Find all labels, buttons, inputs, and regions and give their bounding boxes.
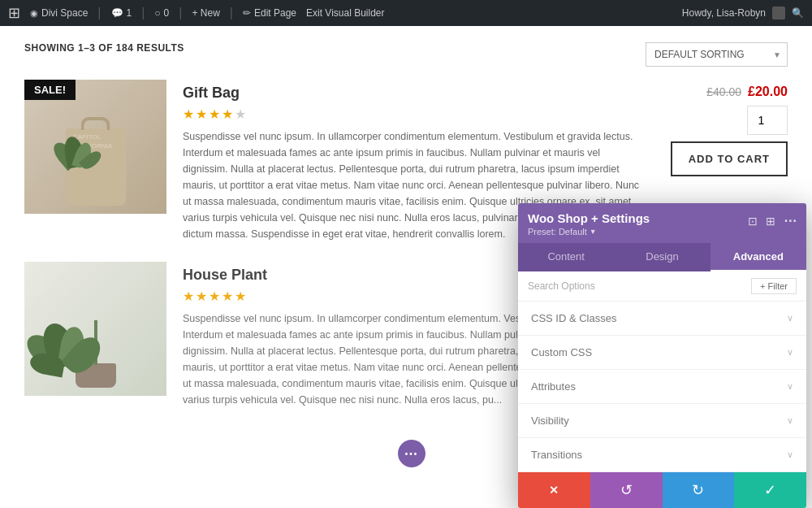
- panel-bottom-bar: ✕ ↺ ↻ ✓: [518, 472, 806, 508]
- sale-badge: SALE!: [24, 80, 76, 100]
- chevron-css-icon: ∨: [787, 313, 793, 323]
- section-custom-css: Custom CSS ∨: [518, 336, 806, 370]
- tab-advanced[interactable]: Advanced: [710, 243, 806, 271]
- section-custom-css-title: Custom CSS: [531, 346, 592, 358]
- comment-icon: 💬: [111, 7, 123, 19]
- section-css-id-header[interactable]: CSS ID & Classes ∨: [518, 302, 806, 335]
- grid-icon[interactable]: ⊞: [766, 215, 775, 228]
- original-price: £40.00: [706, 85, 741, 98]
- new-button[interactable]: + New: [192, 7, 219, 19]
- chevron-custom-css-icon: ∨: [787, 347, 793, 358]
- chevron-attributes-icon: ∨: [787, 381, 793, 392]
- divi-icon: ◉: [30, 8, 38, 19]
- product-image-house-plant: [24, 262, 166, 396]
- admin-bar: ⊞ ◉ Divi Space | 💬 1 | ○ 0 | + New | ✏ E…: [0, 0, 812, 26]
- panel-search-bar: Search Options + Filter: [518, 271, 806, 302]
- product-image-gift-bag: SALE! CAPITOLCALIFORNIAUSA: [24, 80, 166, 214]
- cancel-button[interactable]: ✕: [518, 472, 590, 508]
- comments-item[interactable]: 💬 1: [111, 7, 132, 19]
- save-button[interactable]: ✓: [734, 472, 806, 508]
- panel-preset[interactable]: Preset: Default ▼: [528, 227, 650, 237]
- redo-button[interactable]: ↻: [663, 472, 735, 508]
- section-attributes-title: Attributes: [531, 380, 576, 393]
- more-options-icon[interactable]: ⋯: [784, 213, 797, 228]
- wp-logo-icon[interactable]: ⊞: [8, 4, 20, 22]
- undo-button[interactable]: ↺: [590, 472, 663, 508]
- save-icon: ✓: [764, 481, 776, 499]
- section-visibility-header[interactable]: Visibility ∨: [518, 404, 806, 437]
- section-transitions: Transitions ∨: [518, 438, 806, 472]
- panel-header: Woo Shop + Settings Preset: Default ▼ ⊡ …: [518, 203, 806, 243]
- bubble-item[interactable]: ○ 0: [154, 7, 169, 19]
- product-stars: ★ ★ ★ ★ ★: [183, 106, 645, 122]
- pencil-icon: ✏: [243, 7, 251, 19]
- preset-chevron-icon: ▼: [590, 228, 597, 236]
- cancel-icon: ✕: [549, 484, 559, 497]
- user-avatar[interactable]: [772, 7, 785, 20]
- redo-icon: ↻: [692, 481, 704, 499]
- sort-select[interactable]: DEFAULT SORTING Sort by popularity Sort …: [646, 42, 788, 67]
- sort-wrapper: DEFAULT SORTING Sort by popularity Sort …: [646, 42, 788, 67]
- section-custom-css-header[interactable]: Custom CSS ∨: [518, 336, 806, 369]
- quantity-input[interactable]: [747, 106, 788, 135]
- section-attributes-header[interactable]: Attributes ∨: [518, 370, 806, 403]
- howdy-text: Howdy, Lisa-Robyn: [682, 7, 766, 19]
- section-transitions-title: Transitions: [531, 449, 582, 461]
- section-attributes: Attributes ∨: [518, 370, 806, 404]
- section-css-id-title: CSS ID & Classes: [531, 312, 616, 324]
- panel-tabs: Content Design Advanced: [518, 243, 806, 271]
- tab-content[interactable]: Content: [518, 243, 614, 271]
- section-visibility-title: Visibility: [531, 415, 569, 427]
- chevron-transitions-icon: ∨: [787, 449, 793, 460]
- undo-icon: ↺: [620, 481, 633, 499]
- section-transitions-header[interactable]: Transitions ∨: [518, 438, 806, 471]
- panel-title: Woo Shop + Settings: [528, 211, 650, 225]
- admin-bar-right: Howdy, Lisa-Robyn 🔍: [682, 7, 804, 20]
- fullscreen-icon[interactable]: ⊡: [748, 215, 758, 228]
- panel-sections: CSS ID & Classes ∨ Custom CSS ∨ Attribut…: [518, 302, 806, 472]
- tab-design[interactable]: Design: [614, 243, 710, 271]
- site-name[interactable]: ◉ Divi Space: [30, 7, 88, 19]
- section-css-id-classes: CSS ID & Classes ∨: [518, 302, 806, 336]
- search-options-label: Search Options: [528, 280, 745, 292]
- search-icon[interactable]: 🔍: [792, 7, 804, 19]
- filter-button[interactable]: + Filter: [751, 278, 797, 294]
- bubble-icon: ○: [154, 7, 160, 19]
- sale-price: £20.00: [748, 85, 788, 99]
- price-row: £40.00 £20.00: [706, 85, 788, 99]
- dots-icon: •••: [405, 449, 419, 458]
- panel-title-block: Woo Shop + Settings Preset: Default ▼: [528, 211, 650, 237]
- product-title: Gift Bag: [183, 85, 645, 102]
- edit-page-link[interactable]: ✏ Edit Page: [243, 7, 296, 19]
- ellipsis-button[interactable]: •••: [398, 440, 425, 467]
- exit-builder-link[interactable]: Exit Visual Builder: [306, 7, 385, 19]
- page-wrapper: SHOWING 1–3 OF 184 RESULTS DEFAULT SORTI…: [0, 26, 812, 508]
- add-to-cart-button[interactable]: ADD TO CART: [671, 141, 788, 176]
- chevron-visibility-icon: ∨: [787, 415, 793, 426]
- settings-panel: Woo Shop + Settings Preset: Default ▼ ⊡ …: [518, 203, 806, 508]
- results-count: SHOWING 1–3 OF 184 RESULTS: [24, 42, 184, 54]
- section-visibility: Visibility ∨: [518, 404, 806, 438]
- panel-icons: ⊡ ⊞ ⋯: [748, 213, 797, 228]
